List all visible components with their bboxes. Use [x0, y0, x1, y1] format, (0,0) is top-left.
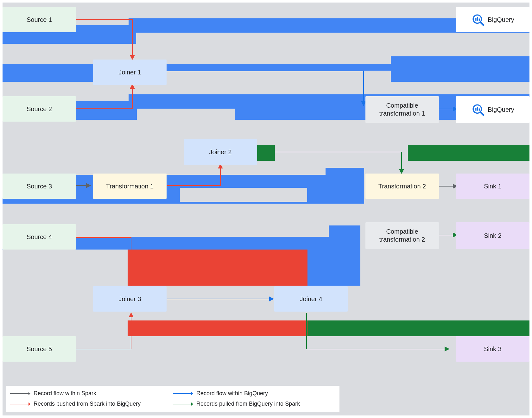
node-label: Source 3: [27, 183, 52, 190]
svg-rect-3: [479, 19, 480, 21]
arrow-icon: [10, 392, 30, 396]
diagram-canvas: Source 1 BigQuery Joiner 1 Source 2 Comp…: [3, 3, 529, 415]
node-joiner-3: Joiner 3: [93, 286, 167, 312]
node-label: Joiner 4: [300, 295, 322, 303]
legend-item-pulled: Records pulled from BigQuery into Spark: [173, 401, 336, 407]
node-label: Source 1: [27, 16, 52, 23]
node-label: Joiner 3: [118, 295, 141, 303]
node-label: Joiner 1: [118, 69, 141, 76]
node-label: Compatible transformation 2: [365, 228, 439, 244]
legend-label: Record flow within Spark: [34, 390, 96, 397]
svg-rect-5: [475, 108, 477, 111]
legend-item-within-bq: Record flow within BigQuery: [173, 390, 336, 397]
arrow-icon: [173, 392, 193, 396]
legend-item-pushed: Records pushed from Spark into BigQuery: [10, 401, 173, 407]
node-source-2: Source 2: [3, 96, 76, 122]
node-sink-2: Sink 2: [456, 222, 529, 249]
svg-rect-1: [475, 18, 477, 21]
svg-rect-6: [477, 107, 478, 111]
legend: Record flow within Spark Record flow wit…: [6, 386, 339, 412]
svg-rect-7: [479, 109, 480, 111]
node-compatible-trans-2: Compatible transformation 2: [365, 222, 439, 249]
bigquery-icon: [471, 13, 484, 26]
node-label: Sink 3: [484, 345, 502, 353]
node-transformation-1: Transformation 1: [93, 174, 167, 199]
node-source-1: Source 1: [3, 7, 76, 32]
node-label: Sink 1: [484, 183, 502, 190]
node-label: BigQuery: [488, 16, 514, 23]
arrow-icon: [10, 402, 30, 406]
node-label: Source 4: [27, 233, 52, 241]
node-bigquery-2: BigQuery: [456, 96, 529, 123]
node-label: Source 5: [27, 345, 52, 353]
node-joiner-1: Joiner 1: [93, 60, 167, 85]
node-joiner-2: Joiner 2: [184, 139, 257, 165]
legend-label: Records pulled from BigQuery into Spark: [196, 401, 300, 407]
node-source-5: Source 5: [3, 336, 76, 362]
node-source-3: Source 3: [3, 174, 76, 199]
node-label: Compatible transformation 1: [365, 102, 439, 117]
node-label: BigQuery: [488, 106, 514, 113]
node-label: Transformation 2: [378, 183, 426, 190]
node-joiner-4: Joiner 4: [274, 286, 348, 312]
node-label: Source 2: [27, 105, 52, 113]
legend-item-within-spark: Record flow within Spark: [10, 390, 173, 397]
bigquery-icon: [471, 103, 484, 116]
node-compatible-trans-1: Compatible transformation 1: [365, 96, 439, 123]
svg-rect-2: [477, 17, 478, 21]
legend-label: Records pushed from Spark into BigQuery: [34, 401, 141, 407]
node-transformation-2: Transformation 2: [365, 174, 439, 199]
node-sink-3: Sink 3: [456, 336, 529, 362]
legend-label: Record flow within BigQuery: [196, 390, 268, 397]
node-label: Joiner 2: [209, 149, 231, 156]
node-sink-1: Sink 1: [456, 174, 529, 199]
node-source-4: Source 4: [3, 224, 76, 250]
arrow-icon: [173, 402, 193, 406]
node-bigquery-1: BigQuery: [456, 7, 529, 32]
node-label: Sink 2: [484, 232, 502, 239]
node-label: Transformation 1: [106, 183, 154, 190]
